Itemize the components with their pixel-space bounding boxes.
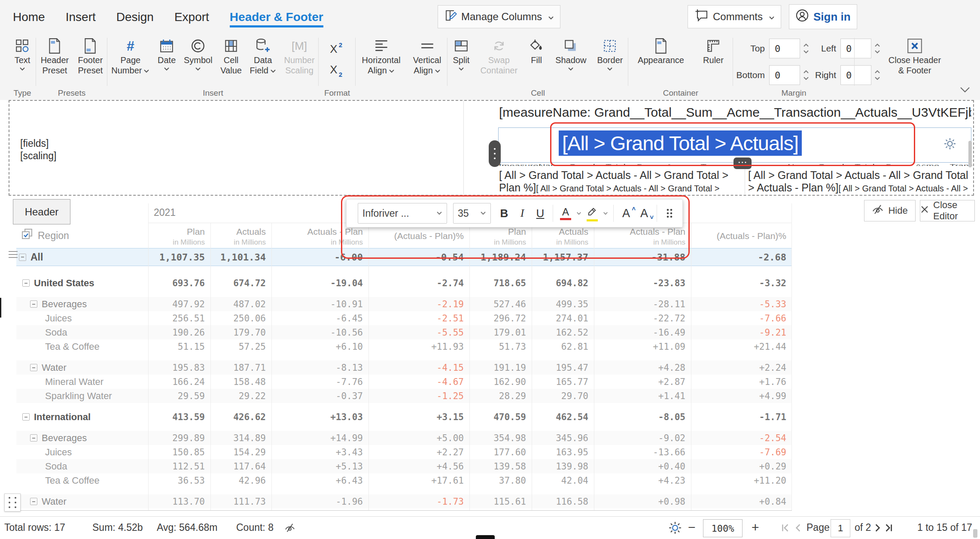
header-subcell-left[interactable]: [measureName: Grand__Total__Sum__Acme__T… — [499, 164, 744, 194]
selected-header-token[interactable]: [All > Grand Total > Actuals] — [559, 130, 802, 156]
vertical-align-button[interactable]: VerticalAlign — [413, 33, 441, 76]
symbol-button[interactable]: Symbol — [184, 33, 213, 73]
row-grip-handle[interactable] — [4, 494, 21, 512]
chevron-down-icon — [143, 65, 149, 76]
text-type-button[interactable]: Text — [15, 33, 30, 73]
header-editor-canvas[interactable]: [fields] [scaling] [measureName: Grand__… — [9, 100, 974, 196]
superscript-button[interactable]: X2 — [328, 36, 347, 58]
page-number-input[interactable]: 1 — [831, 519, 850, 537]
sign-in-button[interactable]: Sign in — [789, 4, 857, 29]
margin-bottom-input[interactable]: 0 — [769, 65, 800, 85]
zoom-in-button[interactable]: + — [752, 520, 759, 535]
zoom-out-button[interactable]: − — [688, 520, 696, 535]
tab-header-footer[interactable]: Header & Footer — [230, 10, 323, 27]
horizontal-align-button[interactable]: HorizontalAlign — [362, 33, 401, 76]
column-header[interactable]: Actualsin Millions — [210, 223, 271, 248]
appearance-button[interactable]: Appearance — [638, 33, 684, 65]
table-row[interactable]: All1,107.351,101.34-6.00-0.541,189.241,1… — [16, 248, 792, 266]
font-size-select[interactable]: 35 — [453, 203, 491, 224]
fields-token[interactable]: [fields] — [20, 138, 49, 149]
region-column-header[interactable]: Region — [16, 223, 148, 248]
collapse-icon[interactable] — [30, 300, 37, 308]
subscript-button[interactable]: X2 — [328, 58, 347, 80]
header-tab[interactable]: Header — [13, 199, 70, 224]
page-number-button[interactable]: #PageNumber — [111, 33, 149, 76]
header-preset-button[interactable]: HeaderPreset — [41, 33, 69, 76]
fill-button[interactable]: Fill — [528, 33, 545, 65]
collapse-icon[interactable] — [30, 364, 37, 371]
table-row[interactable]: Tea & Coffee36.5342.96+6.43+17.6137.8042… — [16, 473, 792, 488]
highlight-color-chevron[interactable] — [601, 203, 610, 223]
collapse-icon[interactable] — [30, 434, 37, 442]
toolbar-drag-handle[interactable] — [660, 203, 679, 223]
zoom-level-input[interactable]: 100% — [703, 519, 743, 537]
last-page-icon[interactable] — [884, 523, 893, 534]
close-header-footer-button[interactable]: Close Header& Footer — [889, 33, 941, 76]
eye-off-icon[interactable] — [284, 523, 295, 535]
tab-export[interactable]: Export — [174, 10, 209, 27]
date-button[interactable]: Date — [158, 33, 176, 73]
tab-home[interactable]: Home — [13, 10, 45, 27]
data-field-icon — [255, 37, 271, 55]
manage-columns-button[interactable]: Manage Columns — [438, 5, 560, 28]
drag-handle[interactable] — [489, 140, 501, 167]
first-page-icon[interactable] — [781, 523, 790, 534]
column-header[interactable]: (Actuals - Plan)% — [691, 223, 792, 248]
tab-insert[interactable]: Insert — [66, 10, 96, 27]
data-field-button[interactable]: DataField — [250, 33, 276, 76]
table-row[interactable]: Juices256.51250.06-6.45-2.51296.72274.01… — [16, 311, 792, 325]
highlight-color-button[interactable] — [583, 203, 601, 223]
split-button[interactable]: Split — [453, 33, 470, 73]
bold-button[interactable]: B — [495, 203, 513, 223]
table-row[interactable]: United States693.76674.72-19.04-2.74718.… — [16, 276, 792, 290]
margin-top-stepper[interactable] — [803, 43, 810, 54]
person-icon — [795, 9, 809, 25]
font-color-chevron[interactable] — [575, 203, 583, 223]
cell-value-button[interactable]: CellValue — [220, 33, 242, 76]
table-row[interactable]: Mineral Water166.24158.48-7.76-4.67162.9… — [16, 375, 792, 389]
table-row[interactable]: Water195.83187.71-8.13-4.15191.19195.47+… — [16, 360, 792, 375]
border-button[interactable]: Border — [597, 33, 623, 73]
font-family-select[interactable]: Inforiver ... — [358, 203, 447, 224]
hide-button[interactable]: Hide — [864, 200, 916, 221]
shadow-button[interactable]: Shadow — [555, 33, 586, 73]
collapse-icon[interactable] — [30, 498, 37, 505]
comments-button[interactable]: Comments — [688, 5, 781, 28]
checkbox-icon[interactable] — [21, 228, 33, 243]
footer-preset-button[interactable]: FooterPreset — [78, 33, 103, 76]
settings-gear-icon[interactable] — [668, 521, 682, 536]
next-page-icon[interactable] — [873, 523, 882, 534]
previous-page-icon[interactable] — [794, 523, 803, 534]
gear-icon[interactable] — [943, 137, 956, 152]
margin-top-input[interactable]: 0 — [769, 39, 800, 58]
decrease-font-button[interactable]: A˅ — [635, 203, 653, 223]
table-row[interactable]: Soda112.51117.64+5.13+4.56139.58139.98+0… — [16, 459, 792, 473]
increase-font-button[interactable]: A˄ — [617, 203, 635, 223]
ruler-button[interactable]: Ruler — [703, 33, 724, 65]
font-color-button[interactable]: A — [557, 203, 575, 223]
italic-button[interactable]: I — [513, 203, 531, 223]
collapse-icon[interactable] — [22, 279, 30, 287]
measure-name-token[interactable]: [measureName: Grand__Total__Sum__Acme__T… — [499, 105, 971, 120]
table-row[interactable]: Water113.70111.73-1.96-1.73115.61116.58+… — [16, 494, 792, 509]
table-row[interactable]: Beverages299.89314.89+14.99+5.00354.9834… — [16, 431, 792, 445]
close-editor-button[interactable]: Close Editor — [920, 200, 975, 221]
ribbon-collapse-chevron[interactable] — [960, 87, 970, 94]
scaling-token[interactable]: [scaling] — [20, 150, 56, 162]
table-row[interactable]: Soda190.26179.70-10.56-5.55179.01162.52-… — [16, 325, 792, 339]
row-drag-handle[interactable] — [9, 251, 18, 258]
drag-handle-dots[interactable]: ⋯ — [733, 157, 752, 169]
table-row[interactable]: International413.59426.62+13.03+3.15470.… — [16, 410, 792, 424]
table-row[interactable]: Tea & Coffee51.1557.25+6.10+11.9351.7362… — [16, 339, 792, 354]
table-row[interactable]: Sparkling Water29.5929.22-0.37-1.2528.29… — [16, 389, 792, 403]
column-header[interactable]: Planin Millions — [148, 223, 210, 248]
collapse-icon[interactable] — [19, 254, 26, 261]
scrollbar-thumb[interactable] — [968, 141, 972, 167]
table-row[interactable]: Juices150.85154.29+3.43+2.27177.60163.95… — [16, 445, 792, 459]
underline-button[interactable]: U — [531, 203, 549, 223]
tab-design[interactable]: Design — [116, 10, 154, 27]
table-row[interactable]: Beverages497.92487.02-10.91-2.19527.4649… — [16, 297, 792, 311]
header-subcell-right[interactable]: [measureName: Grand__Total__Sum__Acme__T… — [748, 164, 972, 194]
margin-bottom-stepper[interactable] — [803, 70, 810, 81]
collapse-icon[interactable] — [22, 413, 30, 421]
